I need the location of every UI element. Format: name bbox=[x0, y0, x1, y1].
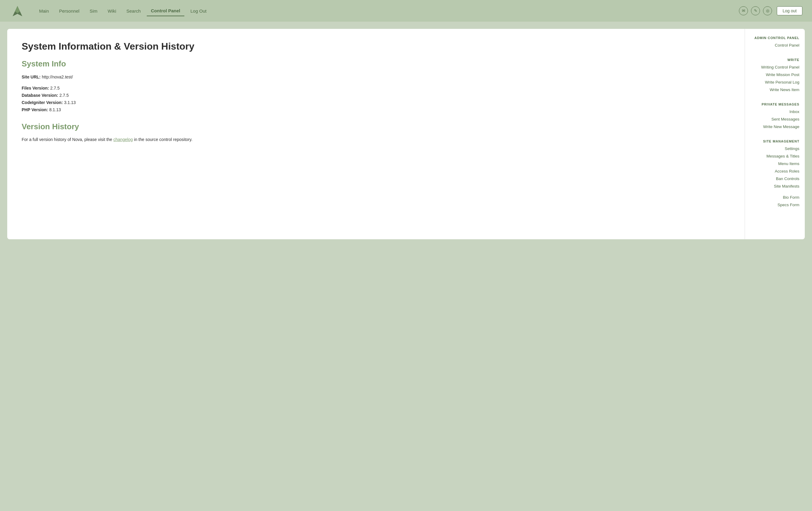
page-wrapper: System Information & Version History Sys… bbox=[7, 29, 805, 239]
sidebar-item-bio-form[interactable]: Bio Form bbox=[745, 193, 805, 201]
ci-version-label: CodeIgniter Version: bbox=[22, 100, 63, 105]
sidebar-admin-label: ADMIN CONTROL PANEL bbox=[745, 36, 805, 40]
sidebar-item-messages-titles[interactable]: Messages & Titles bbox=[745, 152, 805, 160]
changelog-link[interactable]: changelog bbox=[113, 137, 133, 142]
nav-icons: ✉ ✎ ◎ bbox=[739, 6, 772, 15]
site-url-label: Site URL: bbox=[22, 74, 40, 79]
sidebar-item-menu-items[interactable]: Menu Items bbox=[745, 160, 805, 168]
version-block: Files Version: 2.7.5 Database Version: 2… bbox=[22, 85, 730, 113]
site-url-row: Site URL: http://nova2.test/ bbox=[22, 74, 730, 79]
sidebar-item-write-news-item[interactable]: Write News Item bbox=[745, 86, 805, 93]
files-version-label: Files Version: bbox=[22, 86, 49, 90]
system-info-title: System Info bbox=[22, 59, 730, 68]
nav-logout[interactable]: Log Out bbox=[186, 6, 210, 16]
sidebar-item-inbox[interactable]: Inbox bbox=[745, 108, 805, 115]
sidebar-item-write-personal-log[interactable]: Write Personal Log bbox=[745, 79, 805, 86]
sidebar: ADMIN CONTROL PANEL Control Panel WRITE … bbox=[745, 29, 805, 239]
nav-search[interactable]: Search bbox=[122, 6, 145, 16]
files-version-row: Files Version: 2.7.5 bbox=[22, 85, 730, 91]
logo[interactable] bbox=[10, 5, 25, 17]
version-history-title: Version History bbox=[22, 122, 730, 131]
sidebar-write-label: WRITE bbox=[745, 58, 805, 62]
sidebar-item-settings[interactable]: Settings bbox=[745, 145, 805, 152]
php-version-value: 8.1.13 bbox=[49, 107, 61, 112]
nav-links: Main Personnel Sim Wiki Search Control P… bbox=[35, 6, 739, 16]
sidebar-item-write-mission-post[interactable]: Write Mission Post bbox=[745, 71, 805, 79]
php-version-row: PHP Version: 8.1.13 bbox=[22, 107, 730, 113]
envelope-icon[interactable]: ✉ bbox=[739, 6, 748, 15]
navbar: Main Personnel Sim Wiki Search Control P… bbox=[0, 0, 812, 22]
nav-control-panel[interactable]: Control Panel bbox=[147, 6, 185, 16]
nav-wiki[interactable]: Wiki bbox=[104, 6, 120, 16]
sidebar-item-access-roles[interactable]: Access Roles bbox=[745, 168, 805, 175]
php-version-label: PHP Version: bbox=[22, 107, 48, 112]
sidebar-site-label: SITE MANAGEMENT bbox=[745, 140, 805, 143]
sidebar-item-write-new-message[interactable]: Write New Message bbox=[745, 123, 805, 130]
db-version-value: 2.7.5 bbox=[59, 93, 68, 98]
sidebar-item-control-panel[interactable]: Control Panel bbox=[745, 41, 805, 49]
sidebar-item-ban-controls[interactable]: Ban Controls bbox=[745, 175, 805, 182]
logout-button[interactable]: Log out bbox=[777, 6, 802, 15]
edit-icon[interactable]: ✎ bbox=[751, 6, 760, 15]
sidebar-item-specs-form[interactable]: Specs Form bbox=[745, 201, 805, 209]
nav-main[interactable]: Main bbox=[35, 6, 53, 16]
sidebar-pm-label: PRIVATE MESSAGES bbox=[745, 102, 805, 106]
files-version-value: 2.7.5 bbox=[50, 86, 60, 90]
db-version-row: Database Version: 2.7.5 bbox=[22, 93, 730, 98]
site-url-value-text: http://nova2.test/ bbox=[42, 74, 73, 79]
page-title: System Information & Version History bbox=[22, 41, 730, 52]
version-history-text: For a full version history of Nova, plea… bbox=[22, 136, 730, 143]
nav-personnel[interactable]: Personnel bbox=[55, 6, 84, 16]
ci-version-row: CodeIgniter Version: 3.1.13 bbox=[22, 100, 730, 105]
version-text-after: in the source control repository. bbox=[133, 137, 193, 142]
sidebar-item-sent-messages[interactable]: Sent Messages bbox=[745, 115, 805, 123]
sidebar-item-writing-control-panel[interactable]: Writing Control Panel bbox=[745, 63, 805, 71]
version-text-before: For a full version history of Nova, plea… bbox=[22, 137, 113, 142]
ci-version-value: 3.1.13 bbox=[64, 100, 76, 105]
target-icon[interactable]: ◎ bbox=[763, 6, 772, 15]
nav-sim[interactable]: Sim bbox=[85, 6, 102, 16]
db-version-label: Database Version: bbox=[22, 93, 58, 98]
main-content: System Information & Version History Sys… bbox=[7, 29, 745, 239]
sidebar-item-site-manifests[interactable]: Site Manifests bbox=[745, 182, 805, 190]
